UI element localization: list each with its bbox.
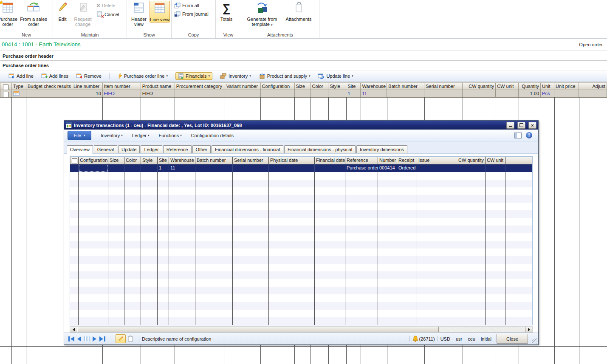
column-header[interactable]: Budget check results [26, 82, 72, 90]
serial-number-cell[interactable] [233, 164, 269, 172]
financials-menu-button[interactable]: Financials ▾ [175, 72, 212, 80]
resize-grip[interactable] [532, 339, 537, 344]
column-header[interactable]: CW unit [486, 157, 505, 164]
add-lines-button[interactable]: Add lines [41, 73, 68, 79]
transactions-empty-row[interactable] [70, 187, 532, 195]
product-name-cell[interactable]: FIFO [141, 90, 175, 98]
row-select-cell[interactable] [70, 164, 79, 172]
column-header[interactable]: Warehouse [169, 157, 195, 164]
section-purchase-order-lines[interactable]: Purchase order lines [0, 61, 607, 70]
section-purchase-order-header[interactable]: Purchase order header [0, 51, 607, 61]
size-cell[interactable] [108, 164, 124, 172]
line-view-button[interactable]: Line view [150, 1, 170, 23]
batch-number-cell[interactable] [387, 90, 424, 98]
cw-unit-cell[interactable] [486, 164, 505, 172]
currency-indicator[interactable]: USD [440, 336, 450, 341]
column-header[interactable]: Number [378, 157, 397, 164]
transactions-empty-row[interactable] [70, 287, 532, 294]
item-number-cell[interactable]: FIFO [103, 90, 141, 98]
configuration-details-menu[interactable]: Configuration details [191, 133, 234, 138]
remove-button[interactable]: Remove [76, 73, 102, 79]
column-header[interactable]: Adjust [579, 82, 607, 90]
select-all-header-cell[interactable] [0, 82, 12, 90]
attachments-button[interactable]: Attachments [282, 1, 316, 22]
product-and-supply-menu-button[interactable]: Product and supply ▾ [259, 73, 311, 79]
column-header[interactable]: Reference [345, 157, 378, 164]
transactions-empty-row[interactable] [70, 226, 532, 233]
header-view-button[interactable]: Header view [128, 1, 150, 27]
transaction-row-selected[interactable]: 1 11 Purchase order 000414 Ordered [70, 164, 532, 172]
tab-reference[interactable]: Reference [163, 145, 192, 153]
column-header[interactable]: Receipt [397, 157, 417, 164]
horizontal-scrollbar[interactable] [70, 326, 533, 333]
alert-count[interactable]: (26711) [419, 336, 435, 341]
select-all-header-cell[interactable] [70, 157, 79, 164]
tab-financial-dimensions-financial[interactable]: Financial dimensions - financial [212, 145, 283, 153]
scroll-left-button[interactable] [70, 327, 77, 332]
adjust-cell[interactable] [579, 90, 607, 98]
financial-date-cell[interactable] [315, 164, 345, 172]
layer-indicator[interactable]: initial [481, 336, 491, 341]
from-sales-order-button[interactable]: From a sales order [20, 1, 47, 27]
help-icon[interactable]: ? [526, 132, 532, 138]
column-header[interactable]: Serial number [233, 157, 269, 164]
column-header[interactable]: Color [124, 157, 141, 164]
tab-overview[interactable]: Overview [67, 145, 93, 154]
add-line-button[interactable]: Add line [8, 73, 34, 79]
transactions-empty-row[interactable] [70, 256, 532, 264]
transactions-empty-row[interactable] [70, 172, 532, 180]
cw-quantity-cell[interactable] [445, 164, 486, 172]
previous-record-button[interactable] [77, 336, 81, 341]
delete-button[interactable]: × Delete [95, 3, 120, 8]
column-header[interactable]: Configuration [261, 82, 295, 90]
cw-quantity-cell[interactable] [463, 90, 496, 98]
transactions-empty-row[interactable] [70, 180, 532, 187]
transactions-empty-row[interactable] [70, 203, 532, 210]
issue-cell[interactable] [417, 164, 445, 172]
functions-menu[interactable]: Functions▾ [159, 133, 182, 138]
configuration-cell[interactable] [79, 164, 108, 172]
column-header[interactable]: Quantity [519, 82, 541, 90]
scrollbar-track[interactable] [439, 327, 525, 332]
serial-number-cell[interactable] [424, 90, 463, 98]
column-header[interactable]: CW unit [496, 82, 519, 90]
maximize-button[interactable] [517, 122, 525, 129]
column-header[interactable]: Unit price [554, 82, 579, 90]
style-cell[interactable] [141, 164, 158, 172]
from-journal-button[interactable]: From journal [173, 11, 210, 17]
select-all-checkbox[interactable] [72, 158, 77, 164]
transactions-empty-row[interactable] [70, 294, 532, 302]
column-header[interactable]: Batch number [387, 82, 424, 90]
order-line-row[interactable]: 10 FIFO FIFO 1 11 1.00 Pcs [0, 90, 607, 98]
paste-button[interactable] [127, 336, 133, 342]
row-checkbox[interactable] [3, 92, 8, 97]
inventory-menu-button[interactable]: Inventory ▾ [220, 73, 251, 79]
column-header[interactable]: Size [108, 157, 124, 164]
grid-view-button[interactable] [84, 336, 90, 341]
column-header[interactable]: Batch number [195, 157, 233, 164]
ledger-menu[interactable]: Ledger▾ [132, 133, 150, 138]
column-header[interactable]: CW quantity [463, 82, 496, 90]
transactions-empty-row[interactable] [70, 210, 532, 218]
tab-financial-dimensions-physical[interactable]: Financial dimensions - physical [284, 145, 356, 153]
number-cell[interactable]: 000414 [378, 164, 397, 172]
scroll-right-button[interactable] [525, 327, 532, 332]
column-header[interactable]: Product name [141, 82, 175, 90]
purchase-order-line-menu-button[interactable]: Purchase order line ▾ [117, 73, 168, 79]
cancel-button[interactable]: × Cancel [95, 11, 120, 17]
column-header[interactable]: Item number [103, 82, 141, 90]
cw-unit-cell[interactable] [496, 90, 519, 98]
close-button[interactable]: Close [497, 334, 528, 344]
last-record-button[interactable] [99, 336, 105, 341]
tab-update[interactable]: Update [118, 145, 140, 153]
first-record-button[interactable] [68, 336, 74, 341]
transactions-empty-row[interactable] [70, 302, 532, 310]
transactions-empty-row[interactable] [70, 264, 532, 271]
company-indicator[interactable]: ceu [468, 336, 475, 341]
column-header[interactable]: Issue [417, 157, 445, 164]
file-menu-button[interactable]: File ▾ [68, 131, 91, 140]
reference-cell[interactable]: Purchase order [345, 164, 378, 172]
close-window-button[interactable]: × [528, 122, 536, 129]
transactions-empty-row[interactable] [70, 218, 532, 226]
transactions-empty-row[interactable] [70, 317, 532, 325]
